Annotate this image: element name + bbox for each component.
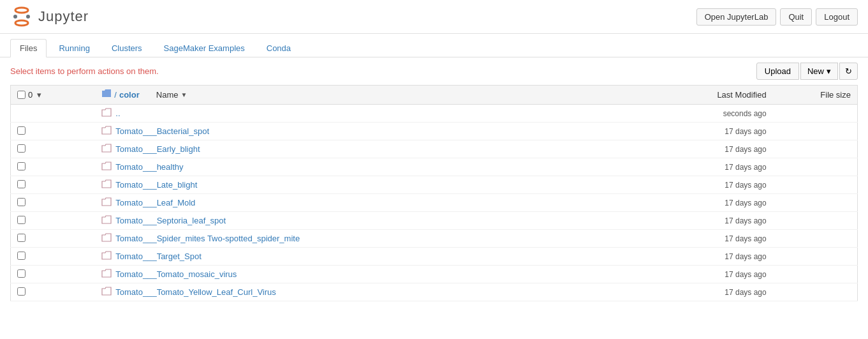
- tab-conda[interactable]: Conda: [257, 39, 300, 57]
- breadcrumb-separator: /: [114, 90, 117, 100]
- header: Jupyter Open JupyterLab Quit Logout: [0, 0, 868, 34]
- row-modified-0: 17 days ago: [603, 123, 773, 140]
- folder-link-9[interactable]: Tomato___Tomato_Yellow_Leaf_Curl_Virus: [101, 287, 597, 298]
- th-size: File size: [773, 86, 858, 105]
- folder-link-2[interactable]: Tomato___healthy: [101, 162, 597, 172]
- row-name-cell: Tomato___Tomato_Yellow_Leaf_Curl_Virus: [95, 283, 603, 301]
- upload-button[interactable]: Upload: [756, 63, 799, 80]
- app-title: Jupyter: [38, 8, 89, 25]
- toolbar-hint: Select items to perform actions on them.: [10, 66, 159, 76]
- folder-name-3: Tomato___Late_blight: [115, 180, 197, 190]
- row-name-cell: Tomato___healthy: [95, 158, 603, 176]
- row-check-cell: [11, 194, 96, 212]
- file-table-body: .. seconds ago Tomato___Bacterial_spot 1…: [11, 105, 858, 301]
- count-dropdown-icon[interactable]: ▾: [35, 90, 43, 100]
- row-size-1: [773, 140, 858, 158]
- refresh-button[interactable]: ↻: [839, 63, 858, 80]
- logout-button[interactable]: Logout: [816, 8, 858, 26]
- row-checkbox-3[interactable]: [17, 180, 26, 188]
- row-checkbox-6[interactable]: [17, 234, 26, 242]
- toolbar-hint-text: Select items to perform actions on them.: [10, 66, 159, 76]
- folder-icon-1: [101, 144, 112, 154]
- row-modified-1: 17 days ago: [603, 140, 773, 158]
- row-name-cell: Tomato___Septoria_leaf_spot: [95, 212, 603, 230]
- parent-folder-icon: [101, 108, 112, 119]
- folder-icon-3: [101, 179, 112, 190]
- row-modified-2: 17 days ago: [603, 158, 773, 176]
- folder-name-4: Tomato___Leaf_Mold: [115, 198, 195, 207]
- row-check-cell: [11, 212, 96, 230]
- tab-files[interactable]: Files: [10, 39, 47, 57]
- toolbar: Select items to perform actions on them.…: [0, 57, 868, 85]
- folder-name-9: Tomato___Tomato_Yellow_Leaf_Curl_Virus: [115, 287, 276, 297]
- new-dropdown-arrow-icon: ▾: [827, 66, 831, 76]
- tab-clusters[interactable]: Clusters: [102, 39, 152, 57]
- folder-name-6: Tomato___Spider_mites Two-spotted_spider…: [115, 234, 300, 243]
- folder-icon-8: [101, 269, 112, 280]
- row-check-cell: [11, 176, 96, 194]
- row-checkbox-0[interactable]: [17, 126, 26, 135]
- folder-breadcrumb-icon: [101, 89, 112, 100]
- row-checkbox-4[interactable]: [17, 198, 26, 206]
- folder-link-6[interactable]: Tomato___Spider_mites Two-spotted_spider…: [101, 233, 597, 244]
- row-checkbox-5[interactable]: [17, 216, 26, 224]
- sort-icon: ▼: [180, 91, 187, 98]
- folder-link-3[interactable]: Tomato___Late_blight: [101, 179, 597, 190]
- quit-button[interactable]: Quit: [780, 8, 812, 26]
- row-check-cell: [11, 230, 96, 248]
- row-size-2: [773, 158, 858, 176]
- new-button[interactable]: New ▾: [800, 63, 838, 80]
- row-name-cell: Tomato___Spider_mites Two-spotted_spider…: [95, 230, 603, 248]
- parent-size: [773, 105, 858, 123]
- svg-point-2: [13, 15, 17, 19]
- row-modified-8: 17 days ago: [603, 266, 773, 283]
- row-modified-6: 17 days ago: [603, 230, 773, 248]
- row-checkbox-1[interactable]: [17, 144, 26, 153]
- folder-link-5[interactable]: Tomato___Septoria_leaf_spot: [101, 215, 597, 226]
- tab-running[interactable]: Running: [49, 39, 99, 57]
- open-jupyterlab-button[interactable]: Open JupyterLab: [696, 8, 777, 26]
- row-size-3: [773, 176, 858, 194]
- row-modified-4: 17 days ago: [603, 194, 773, 212]
- row-checkbox-7[interactable]: [17, 252, 26, 260]
- folder-link-8[interactable]: Tomato___Tomato_mosaic_virus: [101, 269, 597, 280]
- row-name-cell: ..: [95, 105, 603, 123]
- th-checkbox: 0 ▾: [11, 86, 96, 105]
- row-modified-5: 17 days ago: [603, 212, 773, 230]
- select-all-checkbox[interactable]: [17, 91, 26, 99]
- table-row: Tomato___healthy 17 days ago: [11, 158, 858, 176]
- folder-name-7: Tomato___Target_Spot: [115, 252, 201, 261]
- row-check-cell: [11, 140, 96, 158]
- breadcrumb-current: color: [119, 90, 140, 100]
- tab-sagemaker-examples[interactable]: SageMaker Examples: [154, 39, 254, 57]
- folder-name-8: Tomato___Tomato_mosaic_virus: [115, 269, 237, 279]
- breadcrumb: / color Name ▼: [101, 89, 597, 100]
- parent-dir-label: ..: [115, 109, 120, 118]
- folder-link-4[interactable]: Tomato___Leaf_Mold: [101, 197, 597, 208]
- svg-point-3: [26, 15, 30, 19]
- parent-dir-link[interactable]: ..: [101, 108, 597, 119]
- row-checkbox-9[interactable]: [17, 287, 26, 296]
- row-checkbox-2[interactable]: [17, 162, 26, 170]
- row-size-4: [773, 194, 858, 212]
- sort-name-label[interactable]: Name: [156, 90, 179, 100]
- folder-link-0[interactable]: Tomato___Bacterial_spot: [101, 126, 597, 137]
- row-size-0: [773, 123, 858, 140]
- folder-name-1: Tomato___Early_blight: [115, 144, 200, 154]
- row-size-5: [773, 212, 858, 230]
- row-checkbox-8[interactable]: [17, 269, 26, 278]
- folder-link-7[interactable]: Tomato___Target_Spot: [101, 251, 597, 262]
- row-name-cell: Tomato___Late_blight: [95, 176, 603, 194]
- folder-link-1[interactable]: Tomato___Early_blight: [101, 144, 597, 154]
- row-check-cell: [11, 283, 96, 301]
- row-check-cell: [11, 158, 96, 176]
- row-name-cell: Tomato___Early_blight: [95, 140, 603, 158]
- th-modified: Last Modified: [603, 86, 773, 105]
- logo-area: Jupyter: [10, 5, 89, 28]
- row-size-7: [773, 248, 858, 266]
- folder-name-5: Tomato___Septoria_leaf_spot: [115, 216, 226, 225]
- folder-icon-7: [101, 251, 112, 262]
- row-modified-9: 17 days ago: [603, 283, 773, 301]
- table-row: .. seconds ago: [11, 105, 858, 123]
- table-row: Tomato___Tomato_Yellow_Leaf_Curl_Virus 1…: [11, 283, 858, 301]
